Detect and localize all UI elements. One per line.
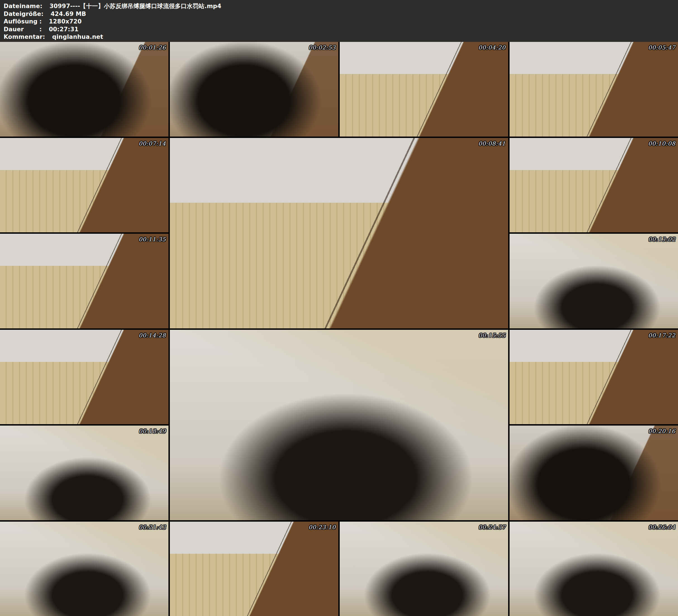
thumbnail-placeholder-art (510, 330, 678, 424)
metadata-header: Dateiname : 30997----【十一】小苏反绑吊缚腿缚口球流很多口水… (0, 0, 678, 42)
meta-label: Dateiname (4, 2, 40, 10)
meta-row-comment: Kommentar : qinglanhua.net (4, 33, 678, 41)
meta-separator: : (39, 18, 45, 26)
meta-row-resolution: Auflösung : 1280x720 (4, 18, 678, 26)
video-thumbnail[interactable]: 00:08:41 (170, 138, 508, 329)
meta-label: Kommentar (4, 33, 43, 41)
thumbnail-placeholder-art (510, 234, 678, 329)
timestamp-overlay: 00:04:20 (478, 44, 505, 51)
meta-separator: : (43, 33, 48, 41)
meta-label: Auflösung (4, 18, 39, 26)
thumbnail-placeholder-art (170, 330, 508, 520)
thumbnail-placeholder-art (0, 330, 168, 424)
thumbnail-placeholder-art (340, 42, 508, 137)
meta-label: Dauer (4, 26, 39, 34)
video-thumbnail[interactable]: 00:26:04 (510, 522, 678, 616)
timestamp-overlay: 00:08:41 (478, 140, 505, 147)
timestamp-overlay: 00:01:26 (139, 44, 166, 51)
meta-value-resolution: 1280x720 (49, 18, 82, 26)
timestamp-overlay: 00:05:47 (648, 44, 676, 51)
video-thumbnail[interactable]: 00:11:35 (0, 234, 168, 329)
video-thumbnail[interactable]: 00:10:08 (510, 138, 678, 233)
meta-separator: : (41, 10, 47, 18)
video-thumbnail[interactable]: 00:01:26 (0, 42, 168, 137)
timestamp-overlay: 00:10:08 (648, 140, 676, 147)
video-thumbnail[interactable]: 00:17:22 (510, 330, 678, 424)
meta-value-comment: qinglanhua.net (52, 33, 103, 41)
timestamp-overlay: 00:26:04 (648, 524, 676, 531)
thumbnail-placeholder-art (170, 522, 338, 616)
video-thumbnail[interactable]: 00:07:14 (0, 138, 168, 233)
timestamp-overlay: 00:21:43 (139, 524, 166, 531)
video-contact-sheet: Dateiname : 30997----【十一】小苏反绑吊缚腿缚口球流很多口水… (0, 0, 678, 616)
meta-value-filesize: 424.69 MB (50, 10, 86, 18)
thumbnail-placeholder-art (170, 42, 338, 137)
thumbnail-placeholder-art (0, 138, 168, 233)
timestamp-overlay: 00:13:02 (648, 236, 676, 243)
timestamp-overlay: 00:15:55 (478, 332, 505, 339)
video-thumbnail[interactable]: 00:14:28 (0, 330, 168, 424)
video-thumbnail[interactable]: 00:24:37 (340, 522, 508, 616)
timestamp-overlay: 00:14:28 (139, 332, 166, 339)
timestamp-overlay: 00:24:37 (478, 524, 505, 531)
timestamp-overlay: 00:11:35 (139, 236, 166, 243)
thumbnail-placeholder-art (0, 522, 168, 616)
meta-separator: : (39, 26, 45, 34)
meta-separator: : (40, 2, 45, 10)
thumbnail-placeholder-art (170, 138, 508, 329)
video-thumbnail[interactable]: 00:04:20 (340, 42, 508, 137)
timestamp-overlay: 00:20:16 (648, 428, 676, 434)
video-thumbnail[interactable]: 00:05:47 (510, 42, 678, 137)
timestamp-overlay: 00:07:14 (139, 140, 166, 147)
timestamp-overlay: 00:02:53 (308, 44, 336, 51)
video-thumbnail[interactable]: 00:21:43 (0, 522, 168, 616)
timestamp-overlay: 00:23:10 (308, 524, 336, 531)
thumbnail-placeholder-art (0, 234, 168, 329)
thumbnail-placeholder-art (510, 426, 678, 520)
video-thumbnail[interactable]: 00:13:02 (510, 234, 678, 329)
meta-label: Dateigröße (4, 10, 41, 18)
video-thumbnail[interactable]: 00:02:53 (170, 42, 338, 137)
meta-row-filesize: Dateigröße : 424.69 MB (4, 10, 678, 18)
meta-row-duration: Dauer : 00:27:31 (4, 26, 678, 34)
timestamp-overlay: 00:18:49 (139, 428, 166, 434)
meta-value-duration: 00:27:31 (49, 26, 78, 34)
meta-row-filename: Dateiname : 30997----【十一】小苏反绑吊缚腿缚口球流很多口水… (4, 2, 678, 10)
video-thumbnail[interactable]: 00:18:49 (0, 426, 168, 520)
video-thumbnail[interactable]: 00:15:55 (170, 330, 508, 520)
thumbnail-grid: 00:01:26 00:02:53 00:04:20 00:05:47 00:0… (0, 42, 678, 616)
thumbnail-placeholder-art (510, 138, 678, 233)
video-thumbnail[interactable]: 00:20:16 (510, 426, 678, 520)
thumbnail-placeholder-art (510, 522, 678, 616)
timestamp-overlay: 00:17:22 (648, 332, 676, 339)
thumbnail-placeholder-art (510, 42, 678, 137)
thumbnail-placeholder-art (0, 426, 168, 520)
thumbnail-placeholder-art (340, 522, 508, 616)
video-thumbnail[interactable]: 00:23:10 (170, 522, 338, 616)
thumbnail-placeholder-art (0, 42, 168, 137)
meta-value-filename: 30997----【十一】小苏反绑吊缚腿缚口球流很多口水罚站.mp4 (49, 2, 221, 10)
